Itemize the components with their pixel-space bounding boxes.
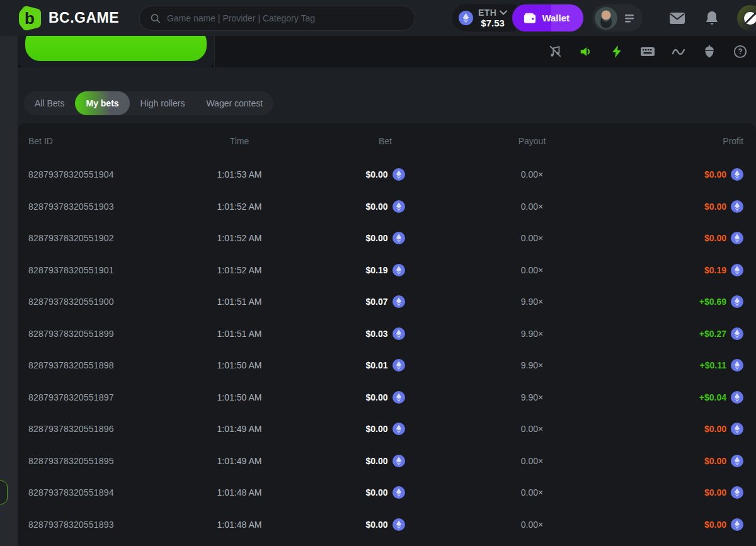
table-row[interactable]: 828793783205518951:01:49 AM$0.000.00×$0.… <box>28 445 743 477</box>
eth-coin-icon <box>731 518 743 531</box>
eth-coin-icon <box>731 423 743 435</box>
eth-coin-icon <box>731 327 743 340</box>
eth-coin-icon <box>731 295 743 308</box>
bet-payout: 0.00× <box>459 456 605 466</box>
bet-profit: $0.00 <box>605 423 743 435</box>
bet-profit-value: $0.19 <box>704 265 726 275</box>
tab-wager-contest[interactable]: Wager contest <box>195 91 273 115</box>
turbo-button[interactable] <box>609 43 625 60</box>
bet-profit: $0.00 <box>605 168 743 181</box>
music-off-button[interactable] <box>547 43 563 60</box>
bet-id: 82879378320551903 <box>28 202 167 212</box>
bet-profit: $0.00 <box>605 232 743 244</box>
eth-coin-icon <box>459 11 473 25</box>
bet-profit: $0.19 <box>605 264 743 276</box>
bcgame-logo-icon: b <box>19 6 42 31</box>
eth-coin-icon <box>731 486 743 499</box>
tab-all-bets[interactable]: All Bets <box>24 91 75 115</box>
chat-toggle-button[interactable] <box>737 5 756 31</box>
table-row[interactable]: 828793783205518981:01:50 AM$0.019.90×+$0… <box>28 350 743 382</box>
game-panel-bottom: ? <box>18 36 756 67</box>
help-button[interactable]: ? <box>732 43 748 60</box>
table-row[interactable]: 828793783205519011:01:52 AM$0.190.00×$0.… <box>28 254 743 287</box>
eth-coin-icon <box>731 200 743 213</box>
bet-profit: +$0.69 <box>605 295 743 308</box>
header-profit: Profit <box>605 136 743 146</box>
profile-menu[interactable] <box>592 4 643 31</box>
table-row[interactable]: 828793783205518961:01:49 AM$0.000.00×$0.… <box>28 413 743 445</box>
messages-button[interactable] <box>669 11 685 25</box>
game-search[interactable] <box>139 6 415 31</box>
wallet-button[interactable]: Wallet <box>512 4 583 31</box>
eth-coin-icon <box>731 168 743 181</box>
trends-button[interactable] <box>670 43 687 60</box>
bet-amount: $0.00 <box>312 200 459 213</box>
bet-payout: 0.00× <box>459 520 605 530</box>
bet-time: 1:01:52 AM <box>167 265 312 275</box>
currency-selector[interactable]: ETH $7.53 <box>452 4 517 31</box>
bet-profit: +$0.04 <box>605 391 743 404</box>
table-header: Bet ID Time Bet Payout Profit <box>28 123 743 159</box>
notifications-button[interactable] <box>704 10 719 26</box>
wallet-icon <box>524 13 536 24</box>
table-row[interactable]: 828793783205519001:01:51 AM$0.079.90×+$0… <box>28 286 743 318</box>
seeds-button[interactable] <box>701 43 718 60</box>
bet-id: 82879378320551902 <box>28 233 167 243</box>
bet-id: 82879378320551896 <box>28 424 167 434</box>
table-row[interactable]: 828793783205519021:01:52 AM$0.000.00×$0.… <box>28 222 743 254</box>
bet-time: 1:01:50 AM <box>167 360 312 370</box>
bet-profit-value: +$0.04 <box>699 392 726 402</box>
eth-coin-icon <box>392 327 405 340</box>
mail-icon <box>669 11 685 25</box>
bet-payout: 0.00× <box>459 169 605 179</box>
bcgame-logo[interactable]: b BC.GAME <box>19 6 119 31</box>
table-row[interactable]: 828793783205518971:01:50 AM$0.009.90×+$0… <box>28 382 743 414</box>
bet-id: 82879378320551894 <box>28 487 167 498</box>
header-bet: Bet <box>312 136 459 146</box>
eth-coin-icon <box>392 486 405 499</box>
bet-id: 82879378320551895 <box>28 456 167 466</box>
hotkeys-button[interactable] <box>639 43 656 60</box>
bet-profit-value: $0.00 <box>704 202 726 212</box>
bet-amount: $0.00 <box>312 455 459 467</box>
bet-profit-value: +$0.11 <box>700 360 726 370</box>
bet-time: 1:01:49 AM <box>167 424 312 434</box>
brand-text: BC.GAME <box>49 9 119 26</box>
bet-amount-value: $0.00 <box>365 520 387 530</box>
side-peek-button[interactable] <box>0 481 8 504</box>
table-row[interactable]: 828793783205518941:01:48 AM$0.000.00×$0.… <box>28 477 743 509</box>
sound-icon <box>579 45 593 59</box>
sound-button[interactable] <box>578 43 594 60</box>
bet-amount-value: $0.07 <box>365 297 387 307</box>
table-row[interactable]: 828793783205518991:01:51 AM$0.039.90×+$0… <box>28 318 743 350</box>
bet-payout: 9.90× <box>459 392 605 402</box>
bet-amount-value: $0.00 <box>365 456 387 466</box>
bets-table: Bet ID Time Bet Payout Profit 8287937832… <box>18 123 756 546</box>
tab-my-bets[interactable]: My bets <box>75 91 129 115</box>
avatar <box>595 7 617 30</box>
chevron-down-icon <box>500 10 507 15</box>
bet-payout: 0.00× <box>459 202 605 212</box>
svg-text:b: b <box>25 9 35 28</box>
eth-coin-icon <box>392 518 405 531</box>
bet-payout: 9.90× <box>459 297 605 307</box>
eth-coin-icon <box>731 232 743 244</box>
tab-high-rollers[interactable]: High rollers <box>130 91 196 115</box>
chat-off-icon <box>743 11 756 26</box>
search-input[interactable] <box>167 13 404 23</box>
bet-time: 1:01:52 AM <box>167 202 312 212</box>
header-bet-id: Bet ID <box>28 136 167 146</box>
header-payout: Payout <box>459 136 605 146</box>
bet-payout: 0.00× <box>459 424 605 434</box>
table-row[interactable]: 828793783205519041:01:53 AM$0.000.00×$0.… <box>28 159 743 191</box>
bet-id: 82879378320551893 <box>28 520 167 530</box>
bet-amount: $0.00 <box>312 168 459 181</box>
table-row[interactable]: 828793783205518931:01:48 AM$0.000.00×$0.… <box>28 509 743 541</box>
bet-time: 1:01:49 AM <box>167 456 312 466</box>
table-row[interactable]: 828793783205519031:01:52 AM$0.000.00×$0.… <box>28 191 743 223</box>
help-icon: ? <box>733 45 747 59</box>
bet-payout: 0.00× <box>459 233 605 243</box>
bet-amount: $0.00 <box>312 486 459 499</box>
bet-controls-panel <box>18 36 214 67</box>
bets-tabs: All Bets My bets High rollers Wager cont… <box>24 91 273 115</box>
